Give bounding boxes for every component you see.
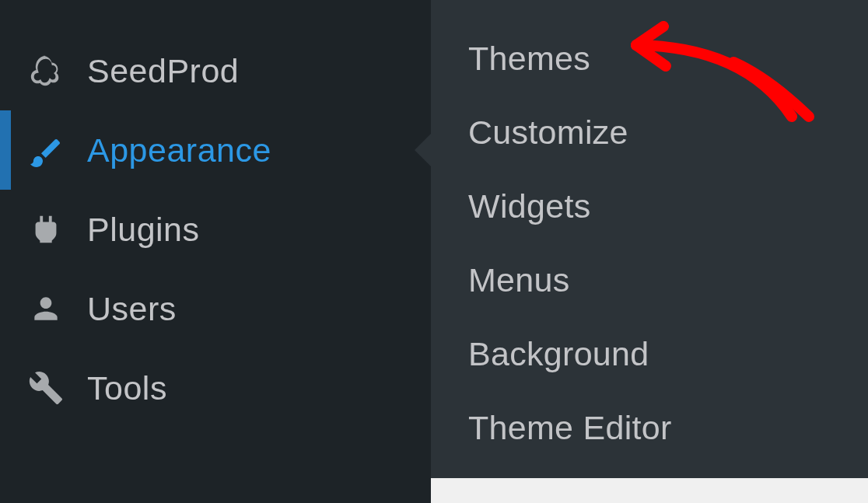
sidebar-item-seedprod[interactable]: SeedProd xyxy=(0,31,431,110)
admin-sidebar: SeedProd Appearance Plugins xyxy=(0,0,431,503)
user-icon xyxy=(26,289,65,328)
submenu-item-widgets[interactable]: Widgets xyxy=(468,169,868,243)
sidebar-item-label: Users xyxy=(87,290,177,328)
sidebar-item-label: Plugins xyxy=(87,211,200,249)
seedprod-icon xyxy=(26,51,65,90)
sidebar-item-label: SeedProd xyxy=(87,52,239,90)
sidebar-item-plugins[interactable]: Plugins xyxy=(0,190,431,269)
sidebar-item-appearance[interactable]: Appearance xyxy=(0,110,431,190)
appearance-submenu: Themes Customize Widgets Menus Backgroun… xyxy=(431,0,868,478)
submenu-item-theme-editor[interactable]: Theme Editor xyxy=(468,391,868,465)
sidebar-item-label: Appearance xyxy=(87,131,271,169)
submenu-item-menus[interactable]: Menus xyxy=(468,243,868,317)
brush-icon xyxy=(26,131,65,169)
wrench-icon xyxy=(26,369,65,407)
submenu-item-themes[interactable]: Themes xyxy=(468,22,868,96)
sidebar-item-users[interactable]: Users xyxy=(0,269,431,348)
sidebar-item-label: Tools xyxy=(87,369,167,407)
submenu-item-background[interactable]: Background xyxy=(468,317,868,391)
plug-icon xyxy=(26,210,65,249)
sidebar-item-tools[interactable]: Tools xyxy=(0,348,431,428)
submenu-item-customize[interactable]: Customize xyxy=(468,96,868,169)
